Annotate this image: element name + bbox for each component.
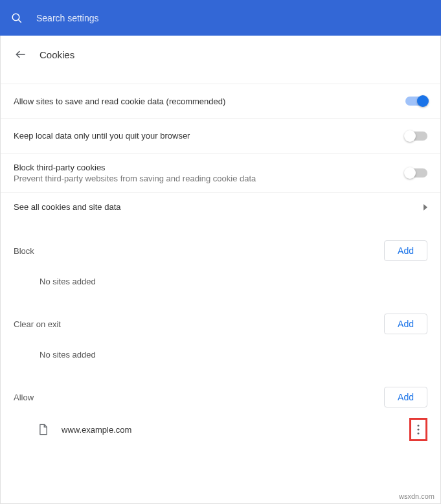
section-clear-on-exit: Clear on exit Add No sites added <box>1 314 440 360</box>
setting-allow-sites[interactable]: Allow sites to save and read cookie data… <box>1 84 440 119</box>
topbar <box>0 0 441 36</box>
see-all-cookies-link[interactable]: See all cookies and site data <box>1 193 440 221</box>
more-vert-icon <box>417 424 420 435</box>
empty-message: No sites added <box>1 334 440 360</box>
site-domain: www.example.com <box>62 425 409 435</box>
more-options-button[interactable] <box>409 418 427 441</box>
svg-line-1 <box>18 19 21 23</box>
watermark: wsxdn.com <box>399 492 435 500</box>
add-block-button[interactable]: Add <box>384 240 427 261</box>
section-allow: Allow Add www.example.com <box>1 387 440 441</box>
chevron-right-icon <box>424 204 427 211</box>
search-icon[interactable] <box>9 10 25 26</box>
setting-sublabel: Prevent third-party websites from saving… <box>14 174 405 183</box>
page-title: Cookies <box>40 49 74 60</box>
add-clear-on-exit-button[interactable]: Add <box>384 314 427 334</box>
setting-label: Block third-party cookies <box>14 163 405 172</box>
svg-point-3 <box>417 424 419 426</box>
section-block: Block Add No sites added <box>1 240 440 286</box>
content: Cookies Allow sites to save and read coo… <box>0 36 441 504</box>
svg-point-4 <box>417 428 419 430</box>
toggle-allow-sites[interactable] <box>405 97 427 106</box>
page-header: Cookies <box>1 36 440 68</box>
setting-keep-local[interactable]: Keep local data only until you quit your… <box>1 119 440 154</box>
toggle-keep-local[interactable] <box>405 132 427 141</box>
back-button[interactable] <box>14 47 28 62</box>
setting-label: Keep local data only until you quit your… <box>14 131 405 141</box>
settings-list: Allow sites to save and read cookie data… <box>1 84 440 221</box>
file-icon <box>38 424 50 435</box>
section-title: Block <box>14 246 384 256</box>
section-title: Clear on exit <box>14 319 384 329</box>
add-allow-button[interactable]: Add <box>384 387 427 407</box>
empty-message: No sites added <box>1 261 440 286</box>
svg-point-0 <box>12 14 19 21</box>
link-label: See all cookies and site data <box>14 202 424 212</box>
setting-label: Allow sites to save and read cookie data… <box>14 97 405 106</box>
toggle-block-third-party[interactable] <box>405 168 427 178</box>
section-title: Allow <box>14 393 384 402</box>
svg-point-5 <box>417 432 419 434</box>
site-row: www.example.com <box>1 407 440 441</box>
setting-block-third-party[interactable]: Block third-party cookies Prevent third-… <box>1 154 440 193</box>
search-input[interactable] <box>36 13 231 23</box>
